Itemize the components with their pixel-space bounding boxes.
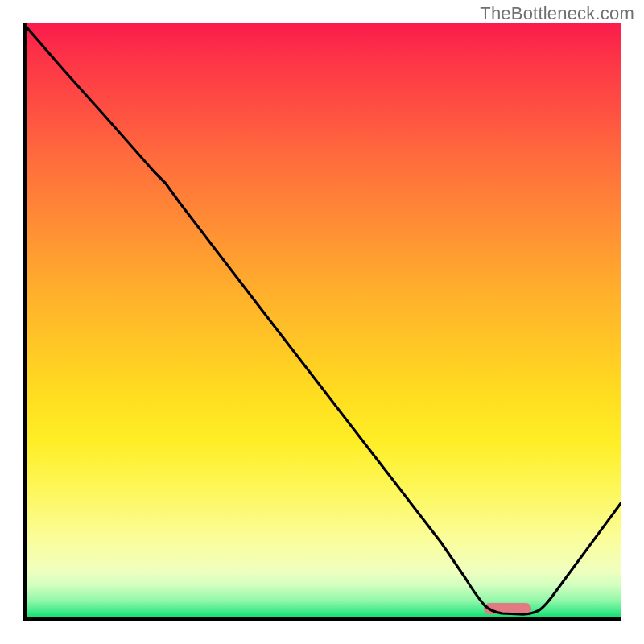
gradient-background xyxy=(23,23,621,621)
y-axis-line xyxy=(23,23,27,621)
watermark-text: TheBottleneck.com xyxy=(480,3,634,24)
x-axis-line xyxy=(23,617,621,621)
bottleneck-chart xyxy=(23,23,621,621)
optimal-range-marker xyxy=(484,603,532,614)
